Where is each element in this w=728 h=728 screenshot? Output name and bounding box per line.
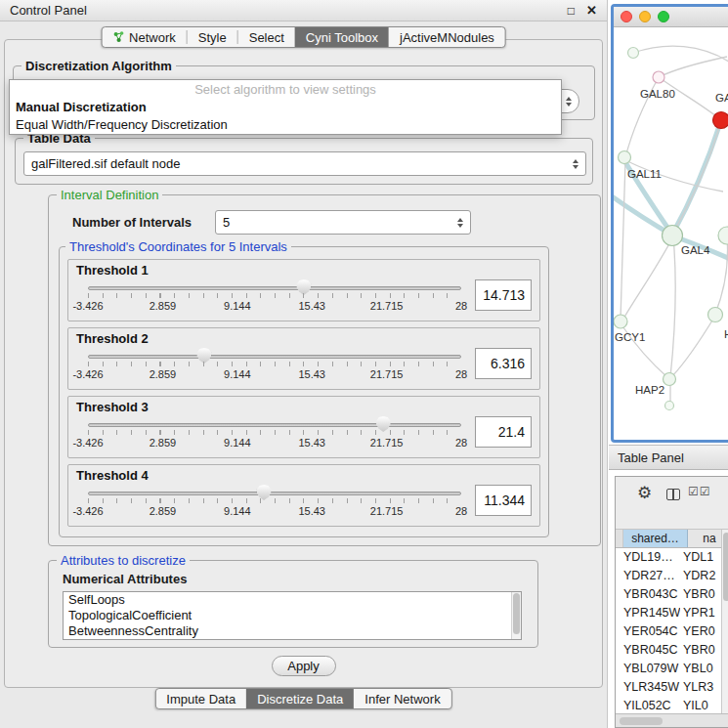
slider-track[interactable] bbox=[88, 286, 461, 290]
column-header-shared-name[interactable]: shared… bbox=[623, 530, 688, 547]
tab-infer-network[interactable]: Infer Network bbox=[354, 689, 450, 708]
tab-style[interactable]: Style bbox=[188, 27, 237, 47]
scrollbar-thumb[interactable] bbox=[513, 593, 520, 634]
scale-label: 21.715 bbox=[370, 437, 404, 449]
list-item[interactable]: BetweennessCentrality bbox=[64, 623, 521, 639]
list-item[interactable]: SelfLoops bbox=[64, 592, 521, 608]
network-node-gal80[interactable] bbox=[653, 71, 664, 83]
minimize-traffic-light[interactable] bbox=[639, 11, 651, 22]
tab-select-label: Select bbox=[249, 30, 284, 45]
table-row[interactable]: YBR043C YBR0 bbox=[616, 585, 728, 604]
table-row[interactable]: YLR345W YLR3 bbox=[616, 678, 728, 697]
number-of-intervals-select[interactable]: 5 bbox=[215, 210, 471, 235]
checkbox-icons[interactable]: ☑☑ bbox=[688, 485, 711, 498]
network-node[interactable] bbox=[628, 48, 639, 59]
tab-jactivemnodules[interactable]: jActiveMNodules bbox=[389, 27, 505, 47]
popup-item-manual-discretization[interactable]: Manual Discretization bbox=[10, 99, 561, 116]
list-scrollbar[interactable] bbox=[511, 592, 521, 639]
scale-label: 15.43 bbox=[298, 368, 325, 380]
slider-track[interactable] bbox=[88, 423, 461, 427]
slider-track[interactable] bbox=[88, 492, 461, 495]
tab-discretize-data[interactable]: Discretize Data bbox=[246, 689, 354, 708]
table-data-select[interactable]: galFiltered.sif default node bbox=[23, 151, 586, 176]
apply-button[interactable]: Apply bbox=[272, 656, 336, 676]
threshold-2-slider[interactable]: -3.426 2.859 9.144 15.43 21.715 28 bbox=[88, 348, 461, 387]
table-horizontal-scrollbar[interactable] bbox=[616, 713, 728, 727]
node-label-partial: GAL8 bbox=[715, 92, 728, 104]
tab-cyni-toolbox[interactable]: Cyni Toolbox bbox=[295, 27, 389, 47]
node-label-gal4: GAL4 bbox=[681, 244, 709, 256]
network-edge bbox=[672, 123, 720, 235]
node-label-gal11: GAL11 bbox=[627, 168, 662, 180]
threshold-4-slider[interactable]: -3.426 2.859 9.144 15.43 21.715 28 bbox=[88, 485, 461, 524]
threshold-panel: Threshold 3 -3.426 2.859 9.144 1 bbox=[67, 396, 540, 458]
interval-definition-group: Interval Definition Number of Intervals … bbox=[48, 194, 601, 546]
columns-icon[interactable] bbox=[666, 489, 680, 500]
threshold-3-value-field[interactable]: 21.4 bbox=[475, 416, 532, 448]
slider-scale: -3.426 2.859 9.144 15.43 21.715 28 bbox=[88, 437, 461, 450]
network-node-selected-red[interactable] bbox=[713, 112, 728, 129]
popup-item-equal-width-frequency[interactable]: Equal Width/Frequency Discretization bbox=[10, 116, 561, 134]
slider-track[interactable] bbox=[88, 355, 461, 359]
algorithm-dropdown-popup: Select algorithm to view settings Manual… bbox=[9, 79, 562, 135]
network-node-hap2[interactable] bbox=[664, 373, 676, 386]
scrollbar-thumb[interactable] bbox=[620, 717, 663, 725]
table-body: YDL19… YDL1 YDR27… YDR2 YBR043C YBR0 YPR… bbox=[616, 548, 728, 715]
table-panel-title: Table Panel bbox=[618, 450, 684, 465]
network-canvas[interactable]: GAL80 GAL8 GAL11 GAL4 GCY1 H HAP2 bbox=[614, 27, 728, 439]
network-node[interactable] bbox=[718, 227, 728, 244]
scale-label: 9.144 bbox=[224, 437, 251, 449]
tab-network-label: Network bbox=[129, 30, 176, 45]
slider-ticks bbox=[88, 498, 461, 503]
threshold-panel: Threshold 2 -3.426 2.859 9.144 1 bbox=[67, 327, 540, 390]
table-data-group: Table Data galFiltered.sif default node bbox=[15, 138, 593, 185]
threshold-4-value-field[interactable]: 11.344 bbox=[475, 485, 532, 516]
network-node[interactable] bbox=[708, 308, 723, 322]
tab-network[interactable]: Network bbox=[102, 27, 187, 47]
table-row[interactable]: YDR27… YDR2 bbox=[616, 567, 728, 585]
list-item[interactable]: TopologicalCoefficient bbox=[64, 608, 521, 623]
table-row[interactable]: YDL19… YDL1 bbox=[616, 548, 728, 567]
float-window-icon[interactable]: □ bbox=[568, 5, 575, 17]
combo-arrows-icon bbox=[566, 97, 572, 107]
threshold-1-slider[interactable]: -3.426 2.859 9.144 15.43 21.715 28 bbox=[88, 279, 461, 319]
table-row[interactable]: YPR145W YPR1 bbox=[616, 604, 728, 622]
slider-ticks bbox=[88, 430, 461, 435]
network-node-gal11[interactable] bbox=[619, 151, 631, 164]
network-node-gcy1[interactable] bbox=[614, 315, 627, 328]
scale-label: 15.43 bbox=[298, 505, 325, 517]
network-node[interactable] bbox=[665, 402, 674, 410]
scale-label: 21.715 bbox=[370, 300, 404, 312]
zoom-traffic-light[interactable] bbox=[658, 11, 669, 22]
threshold-3-slider[interactable]: -3.426 2.859 9.144 15.43 21.715 28 bbox=[88, 416, 461, 455]
gear-icon[interactable]: ⚙ bbox=[637, 485, 652, 501]
network-edge bbox=[659, 57, 727, 77]
threshold-label: Threshold 4 bbox=[76, 468, 532, 483]
table-vertical-scrollbar[interactable] bbox=[721, 530, 728, 713]
threshold-label: Threshold 3 bbox=[76, 400, 532, 414]
network-node-gal4[interactable] bbox=[663, 226, 683, 246]
close-traffic-light[interactable] bbox=[621, 11, 632, 22]
tab-impute-data-label: Impute Data bbox=[166, 692, 236, 707]
attributes-group: Attributes to discretize Numerical Attri… bbox=[48, 560, 538, 648]
thresholds-group: Threshold's Coordinates for 5 Intervals … bbox=[59, 246, 549, 537]
table-row[interactable]: YER054C YER0 bbox=[616, 622, 728, 641]
table-row[interactable]: YBL079W YBL0 bbox=[616, 660, 728, 678]
tab-impute-data[interactable]: Impute Data bbox=[155, 689, 246, 708]
scrollbar-thumb[interactable] bbox=[723, 533, 728, 601]
network-edge bbox=[672, 316, 715, 376]
table-row[interactable]: YBR045C YBR0 bbox=[616, 641, 728, 660]
cell-shared-name: YDL19… bbox=[616, 548, 680, 567]
cell-shared-name: YBL079W bbox=[616, 660, 680, 678]
network-edge bbox=[715, 236, 728, 314]
scale-label: 21.715 bbox=[370, 505, 404, 517]
tab-discretize-data-label: Discretize Data bbox=[257, 692, 343, 707]
threshold-2-value-field[interactable]: 6.316 bbox=[475, 348, 532, 379]
threshold-1-value-field[interactable]: 14.713 bbox=[475, 279, 532, 311]
popup-placeholder: Select algorithm to view settings bbox=[10, 81, 561, 99]
numerical-attributes-list: SelfLoops TopologicalCoefficient Between… bbox=[63, 591, 522, 640]
scale-label: 9.144 bbox=[224, 300, 251, 312]
close-icon[interactable]: ✕ bbox=[586, 4, 597, 17]
tab-select[interactable]: Select bbox=[238, 27, 295, 47]
scale-label: 28 bbox=[455, 300, 467, 312]
